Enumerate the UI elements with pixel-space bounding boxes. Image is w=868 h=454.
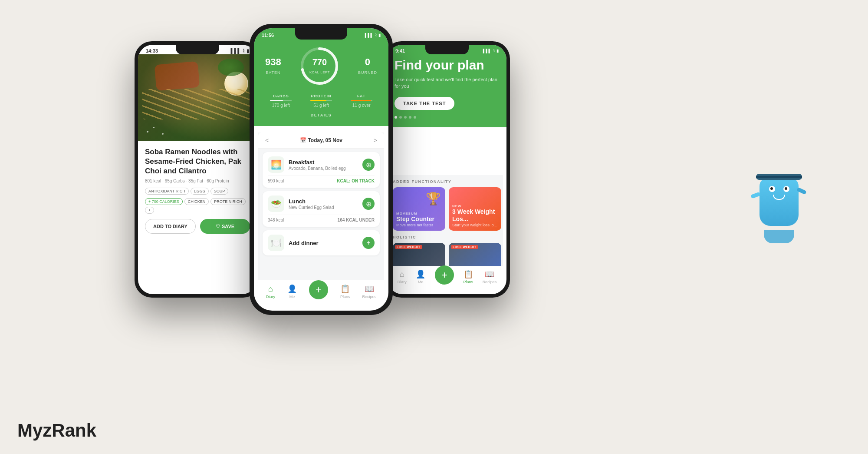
tag-calories: + 700 CALORIES: [145, 198, 183, 205]
sesame2: [153, 127, 155, 128]
tag-chicken: CHICKEN: [184, 198, 209, 205]
right-phone-notch: [425, 45, 469, 54]
mascot-headband-stripe: [756, 176, 802, 178]
fat-value: 11 g over: [351, 103, 372, 108]
r-nav-me[interactable]: 👤 Me: [416, 269, 425, 284]
center-status-icons: ▌▌▌ ⌇ ▮: [365, 33, 381, 37]
sesame3: [162, 133, 164, 135]
holistic-cards-row: LOSE WEIGHT LOSE WEIGHT: [393, 243, 501, 269]
mascot-eye-right: [783, 186, 789, 192]
prev-date-button[interactable]: <: [265, 137, 269, 144]
r-diary-icon: ⌂: [400, 270, 404, 279]
tag-more: +: [145, 207, 154, 214]
fat-fill: [351, 100, 372, 101]
dot-5: [414, 116, 416, 119]
lunch-footer: 348 kcal 164 KCAL UNDER: [268, 215, 375, 222]
tags-row: ANTIOXIDANT RICH EGGS SOUP: [145, 188, 250, 195]
recipe-title: Soba Ramen Noodles with Sesame-Fried Chi…: [145, 147, 250, 176]
signal-bars-icon: ▌▌▌: [365, 33, 373, 37]
r-nav-plans[interactable]: 📋 Plans: [464, 269, 473, 284]
nav-plans[interactable]: 📋 Plans: [340, 284, 350, 299]
save-button[interactable]: ♡ SAVE: [200, 219, 250, 234]
step-counter-card[interactable]: 🏆 MOVESUM Step Counter Move more not fas…: [393, 187, 445, 231]
weight-loss-card[interactable]: NEW 3 Week Weight Los... Start your weig…: [449, 187, 501, 231]
burned-label: BURNED: [358, 70, 377, 75]
dinner-header: 🍽️ Add dinner +: [268, 235, 375, 251]
find-plan-subtitle: Take our quick test and we'll find the p…: [395, 76, 500, 90]
calendar-icon: 📅: [300, 137, 308, 143]
nav-recipes[interactable]: 📖 Recipes: [362, 284, 376, 299]
next-date-button[interactable]: >: [374, 137, 377, 144]
lose-weight-card-1[interactable]: LOSE WEIGHT: [393, 243, 445, 269]
r-diary-label: Diary: [398, 280, 407, 284]
battery-icon-r: ▮: [496, 49, 499, 53]
take-test-button[interactable]: TAKE THE TEST: [395, 97, 454, 110]
action-buttons: ADD TO DIARY ♡ SAVE: [145, 219, 250, 234]
recipes-icon: 📖: [365, 284, 374, 294]
center-bottom-nav: ⌂ Diary 👤 Me + 📋 Plans 📖 Recipes: [258, 280, 384, 306]
mascot-arm-right: [796, 187, 807, 195]
calorie-ring: 770 KCAL LEFT: [298, 44, 341, 88]
r-nav-recipes[interactable]: 📖 Recipes: [483, 269, 497, 284]
nav-add-button[interactable]: +: [309, 280, 328, 299]
diary-area: < 📅 Today, 05 Nov > 🌅 Breakfast Avocado,…: [258, 133, 384, 280]
weight-card-sub: Start your weight loss jo...: [452, 223, 498, 227]
breakfast-info: Breakfast Avocado, Banana, Boiled egg: [289, 159, 362, 171]
right-status-icons: ▌▌▌ ⌇ ▮: [483, 49, 499, 53]
dinner-add-button[interactable]: +: [362, 237, 375, 249]
added-functionality-label: ADDED FUNCTIONALITY: [393, 179, 501, 184]
dinner-info: Add dinner: [289, 240, 362, 246]
step-card-sub: Move more not faster: [396, 223, 442, 227]
breakfast-footer: 590 kcal KCAL: ON TRACK: [268, 176, 375, 183]
feature-cards-row: 🏆 MOVESUM Step Counter Move more not fas…: [393, 187, 501, 231]
mascot-eye-left: [769, 186, 775, 192]
battery-icon: ▮: [247, 48, 249, 54]
kcal-left-value: 770: [309, 57, 330, 67]
heart-icon: ♡: [216, 224, 220, 229]
r-nav-add-button[interactable]: +: [435, 265, 454, 285]
fat-bar: [351, 100, 372, 101]
lose-weight-card-2[interactable]: LOSE WEIGHT: [449, 243, 501, 269]
calorie-ring-area: 938 EATEN 770 KCAL LEFT 0: [261, 44, 381, 88]
mascot-arm-left: [750, 192, 761, 199]
breakfast-icon: 🌅: [268, 156, 284, 173]
lose-weight-badge-2: LOSE WEIGHT: [451, 245, 478, 249]
right-phone: 9:41 ▌▌▌ ⌇ ▮ TAKE OUR TEST Find your pla…: [384, 41, 510, 298]
nav-me[interactable]: 👤 Me: [287, 284, 297, 299]
breakfast-add-button[interactable]: ⊕: [362, 159, 375, 171]
mascot-eyes: [765, 186, 793, 192]
left-phone-screen: 14:33 ▌▌▌ ⌇ ▮ Soba Ramen Noodles with Se…: [138, 45, 257, 294]
lunch-icon: 🥗: [268, 196, 284, 212]
breakfast-card: 🌅 Breakfast Avocado, Banana, Boiled egg …: [263, 152, 380, 188]
tag-eggs: EGGS: [191, 188, 209, 195]
diary-icon: ⌂: [268, 285, 273, 294]
lunch-card: 🥗 Lunch New Curried Egg Salad ⊕ 348 kcal…: [263, 191, 380, 227]
eaten-label: EATEN: [266, 70, 280, 75]
right-header: TAKE OUR TEST Find your plan Take our qu…: [388, 45, 506, 127]
mascot-body: [760, 178, 799, 226]
kcal-left-label: KCAL LEFT: [309, 70, 330, 74]
date-navigation: < 📅 Today, 05 Nov >: [258, 133, 384, 149]
fat-label: FAT: [351, 94, 372, 98]
r-me-label: Me: [418, 280, 424, 284]
chicken-decor: [155, 61, 200, 91]
breakfast-header: 🌅 Breakfast Avocado, Banana, Boiled egg …: [268, 156, 375, 173]
r-nav-diary[interactable]: ⌂ Diary: [398, 270, 407, 284]
plans-label: Plans: [340, 295, 350, 299]
dinner-card: 🍽️ Add dinner +: [263, 230, 380, 255]
r-me-icon: 👤: [416, 269, 425, 279]
mascot-face: [765, 186, 793, 200]
right-status-time: 9:41: [395, 48, 405, 53]
lunch-add-button[interactable]: ⊕: [362, 198, 375, 210]
right-bottom-nav: ⌂ Diary 👤 Me + 📋 Plans 📖 Recipes: [391, 266, 503, 291]
nav-diary[interactable]: ⌂ Diary: [266, 285, 275, 299]
carbs-fill: [270, 100, 283, 101]
add-diary-button[interactable]: ADD TO DIARY: [145, 219, 196, 234]
breakfast-name: Breakfast: [289, 159, 362, 166]
save-label: SAVE: [222, 224, 234, 229]
recipe-meta: 801 kcal · 65g Carbs · 35g Fat · 60g Pro…: [145, 179, 250, 183]
macros-row: CARBS 170 g left PROTEIN 51 g left FAT: [261, 94, 381, 109]
carbs-value: 170 g left: [270, 103, 292, 108]
current-date: 📅 Today, 05 Nov: [300, 137, 342, 143]
weight-card-tag: NEW: [452, 204, 498, 208]
